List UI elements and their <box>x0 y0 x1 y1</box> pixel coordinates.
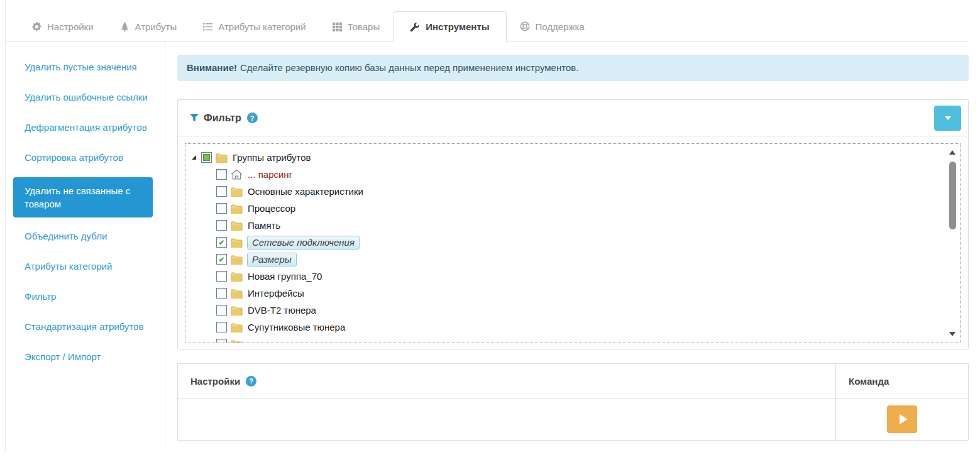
tree-node-label[interactable] <box>247 343 248 344</box>
sidebar-item-filter[interactable]: Фильтр <box>13 290 153 303</box>
tree-node-label[interactable]: Память <box>247 219 281 232</box>
folder-icon <box>231 255 243 265</box>
tree-icon <box>120 22 129 31</box>
tree-row <box>192 336 960 343</box>
folder-icon <box>231 204 243 214</box>
tab-settings[interactable]: Настройки <box>19 12 107 41</box>
checkbox-unchecked[interactable] <box>216 220 227 231</box>
tree-node-label[interactable]: Новая группа_70 <box>247 270 322 283</box>
tab-label: Поддержка <box>536 21 585 32</box>
tree-node-label[interactable]: DVB-T2 тюнера <box>247 304 317 317</box>
main-content: Внимание!Сделайте резервную копию базы д… <box>177 41 969 441</box>
tab-label: Товары <box>348 21 380 32</box>
backup-warning-alert: Внимание!Сделайте резервную копию базы д… <box>177 55 969 81</box>
checkbox-unchecked[interactable] <box>216 322 227 332</box>
folder-icon <box>231 305 243 316</box>
alert-title: Внимание! <box>187 62 237 73</box>
play-icon <box>900 414 908 424</box>
tab-label: Настройки <box>47 21 94 32</box>
tab-support[interactable]: Поддержка <box>507 12 598 41</box>
tree-node-label[interactable]: Сетевые подключения <box>247 236 360 250</box>
tree-root-row: Группы атрибутов <box>192 149 960 166</box>
tree-node-label[interactable]: Группы атрибутов <box>232 151 312 164</box>
checkbox-unchecked[interactable] <box>216 305 227 316</box>
run-tool-button[interactable] <box>887 405 917 433</box>
sidebar-item-defragment-attributes[interactable]: Дефрагментация атрибутов <box>13 121 153 134</box>
expander-triangle <box>192 155 196 160</box>
tab-label: Инструменты <box>426 21 489 32</box>
gear-icon <box>32 22 41 31</box>
expander-open-icon[interactable] <box>192 155 201 160</box>
tree-node-label[interactable]: Основные характеристики <box>247 185 364 198</box>
alert-text: Сделайте резервную копию базы данных пер… <box>240 62 578 73</box>
folder-icon <box>231 288 243 299</box>
checkbox-checked[interactable] <box>216 237 227 248</box>
tab-products[interactable]: Товары <box>319 12 394 41</box>
settings-cell-empty <box>178 398 835 440</box>
folder-icon <box>216 153 228 163</box>
question-icon[interactable]: ? <box>247 113 258 123</box>
wrench-icon <box>410 22 420 32</box>
tab-attributes[interactable]: Атрибуты <box>107 12 190 41</box>
folder-icon <box>231 221 243 231</box>
question-icon[interactable]: ? <box>246 376 256 387</box>
folder-icon <box>231 322 243 332</box>
checkbox-unchecked[interactable] <box>216 203 227 214</box>
tree-node-label[interactable]: Интерфейсы <box>247 287 305 300</box>
checkbox-indeterminate[interactable] <box>201 152 212 163</box>
filter-icon <box>190 114 199 122</box>
filter-panel-header: Фильтр ? <box>178 100 968 136</box>
tree-node-label[interactable]: Размеры <box>247 253 297 266</box>
tab-label: Атрибуты категорий <box>218 21 306 32</box>
sidebar-item-delete-empty-values[interactable]: Удалить пустые значения <box>13 60 153 74</box>
support-icon <box>520 21 530 31</box>
checkbox-checked[interactable] <box>216 254 227 265</box>
checkbox-unchecked[interactable] <box>216 186 227 197</box>
sidebar-item-delete-broken-links[interactable]: Удалить ошибочные ссылки <box>13 91 153 104</box>
checkbox-unchecked[interactable] <box>216 271 227 282</box>
collapse-filter-button[interactable] <box>934 106 961 131</box>
tree-row: Новая группа_70 <box>192 268 960 285</box>
tree-row: Основные характеристики <box>192 183 960 200</box>
tree-row: Интерфейсы <box>192 285 960 302</box>
tools-sidebar: Удалить пустые значенияУдалить ошибочные… <box>6 41 165 452</box>
settings-command-table: Настройки ? Команда <box>177 363 969 441</box>
sidebar-item-merge-duplicates[interactable]: Объединить дубли <box>13 229 153 243</box>
command-header-label: Команда <box>849 376 889 387</box>
tree-row: Процессор <box>192 200 960 217</box>
tree-row: Супутниковые тюнера <box>192 319 960 336</box>
tree-node-label[interactable]: Процессор <box>247 202 296 215</box>
folder-icon <box>231 187 243 197</box>
command-column-header: Команда <box>835 364 968 398</box>
sidebar-item-delete-unlinked[interactable]: Удалить не связанные с товаром <box>13 177 153 217</box>
sidebar-item-export-import[interactable]: Экспорт / Импорт <box>13 350 153 363</box>
tree-row: Размеры <box>192 251 960 268</box>
settings-header-label: Настройки <box>190 376 240 387</box>
filter-panel: Фильтр ? Группы атрибутов... парсингОсно… <box>177 99 969 349</box>
tree-node-label[interactable]: Супутниковые тюнера <box>247 321 346 334</box>
scrollbar-thumb[interactable] <box>949 162 956 229</box>
tab-tools[interactable]: Инструменты <box>393 11 506 41</box>
checkbox-unchecked[interactable] <box>216 339 227 343</box>
tree-node-label[interactable]: ... парсинг <box>247 168 293 181</box>
checkbox-unchecked[interactable] <box>216 169 227 180</box>
scroll-up-icon[interactable] <box>949 150 955 155</box>
tree-row: DVB-T2 тюнера <box>192 302 960 319</box>
tree-row: Сетевые подключения <box>192 234 960 251</box>
scroll-down-icon[interactable] <box>949 332 955 336</box>
tree-row: ... парсинг <box>192 166 960 183</box>
folder-icon <box>231 238 243 248</box>
filter-panel-title: Фильтр <box>204 113 241 124</box>
command-cell <box>835 398 968 440</box>
sidebar-item-sort-attributes[interactable]: Сортировка атрибутов <box>13 151 153 164</box>
folder-icon <box>231 339 243 344</box>
caret-down-icon <box>945 116 951 120</box>
sidebar-item-category-attributes[interactable]: Атрибуты категорий <box>13 260 153 273</box>
tab-category-attributes[interactable]: Атрибуты категорий <box>190 12 319 41</box>
tree-row: Память <box>192 217 960 234</box>
sidebar-item-standardize-attributes[interactable]: Стандартизация атрибутов <box>13 320 153 333</box>
list-icon <box>203 22 212 31</box>
tree-scrollbar[interactable] <box>947 146 958 341</box>
checkbox-unchecked[interactable] <box>216 288 227 299</box>
tab-bar: НастройкиАтрибутыАтрибуты категорийТовар… <box>6 0 969 41</box>
